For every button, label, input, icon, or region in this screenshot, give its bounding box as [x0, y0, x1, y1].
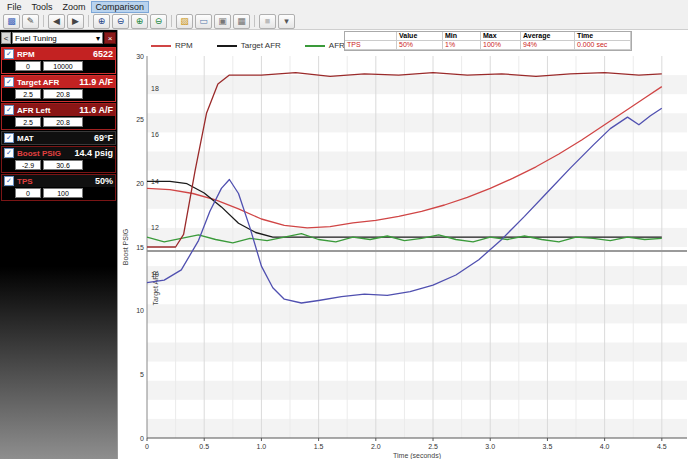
channel-tps: ✓TPS50%	[1, 174, 116, 201]
channel-name: Target AFR	[17, 78, 59, 87]
notes-button[interactable]: ▭	[195, 14, 212, 29]
chart-stripe	[147, 419, 687, 438]
channel-sidebar: < Fuel Tuning ▾ × ✓RPM6522✓Target AFR11.…	[0, 30, 118, 459]
channel-range-row	[2, 116, 115, 129]
stats-value-time: 0.000 sec	[575, 41, 631, 50]
channel-max-input[interactable]	[43, 160, 83, 170]
channel-list: ✓RPM6522✓Target AFR11.9 A/F✓AFR Left11.6…	[0, 47, 117, 201]
chart-stripe	[147, 113, 687, 132]
chart-stripe	[147, 75, 687, 94]
chart-stripe	[147, 343, 687, 362]
boost-axis-tick-label: 25	[136, 116, 144, 123]
toolbar-separator	[171, 15, 172, 27]
selector-prev-button[interactable]: <	[1, 32, 11, 44]
channel-checkbox[interactable]: ✓	[4, 133, 14, 143]
menu-file[interactable]: File	[2, 1, 27, 13]
channel-checkbox[interactable]: ✓	[4, 49, 14, 59]
channel-min-input[interactable]	[15, 188, 41, 198]
channel-header: ✓MAT69°F	[2, 132, 115, 144]
channel-header: ✓Boost PSIG14.4 psig	[2, 147, 115, 159]
stats-value-average: 94%	[521, 41, 575, 50]
graph-pane: 0510152025301012141618Boost PSIGTarget A…	[118, 30, 688, 459]
boost-axis-tick-label: 15	[136, 244, 144, 251]
channel-header: ✓RPM6522	[2, 48, 115, 60]
x-axis-tick-label: 3.5	[543, 443, 553, 450]
channel-range-row	[2, 187, 115, 200]
channel-header: ✓Target AFR11.9 A/F	[2, 76, 115, 88]
channel-max-input[interactable]	[43, 61, 83, 71]
channel-max-input[interactable]	[43, 117, 83, 127]
stats-header-min: Min	[443, 32, 481, 41]
channel-value: 6522	[93, 49, 113, 59]
stats-table: ValueMinMaxAverageTimeTPS50%1%100%94%0.0…	[344, 31, 632, 51]
difference-view-button[interactable]: ▩	[3, 14, 20, 29]
menu-bar: FileToolsZoomComparison	[0, 0, 688, 13]
chevron-down-icon: ▾	[96, 34, 100, 43]
channel-value: 50%	[95, 176, 113, 186]
channel-max-input[interactable]	[43, 89, 83, 99]
more-dropdown[interactable]: ▾	[278, 14, 295, 29]
channel-min-input[interactable]	[15, 89, 41, 99]
channel-target-afr: ✓Target AFR11.9 A/F	[1, 75, 116, 102]
chart-stripe	[147, 304, 687, 323]
afr-axis-tick-label: 16	[151, 131, 159, 138]
channel-value: 11.6 A/F	[79, 105, 113, 115]
channel-range-row	[2, 159, 115, 172]
channel-min-input[interactable]	[15, 117, 41, 127]
zoom-in-y-button[interactable]: ⊕	[131, 14, 148, 29]
channel-checkbox[interactable]: ✓	[4, 77, 14, 87]
x-axis-tick-label: 2.5	[428, 443, 438, 450]
log-chart[interactable]: 0510152025301012141618Boost PSIGTarget A…	[118, 30, 687, 459]
channel-name: MAT	[17, 134, 34, 143]
channel-value: 11.9 A/F	[79, 77, 113, 87]
edit-annotations-button[interactable]: ✎	[22, 14, 39, 29]
boost-axis-tick-label: 10	[136, 307, 144, 314]
menu-comparison[interactable]: Comparison	[91, 1, 150, 13]
channel-value: 14.4 psig	[74, 148, 113, 158]
channel-name: Boost PSIG	[17, 149, 61, 158]
channel-min-input[interactable]	[15, 61, 41, 71]
x-axis-title: Time (seconds)	[393, 452, 441, 459]
snapshot-button[interactable]: ▣	[214, 14, 231, 29]
x-axis-tick-label: 1.0	[257, 443, 267, 450]
legend-swatch	[151, 45, 171, 47]
channel-header: ✓AFR Left11.6 A/F	[2, 104, 115, 116]
channel-checkbox[interactable]: ✓	[4, 148, 14, 158]
toolbar-separator	[43, 15, 44, 27]
extra-button[interactable]: ■	[259, 14, 276, 29]
step-forward-button[interactable]: ▶	[67, 14, 84, 29]
afr-axis-title: Target AFR	[152, 270, 160, 305]
channel-header: ✓TPS50%	[2, 175, 115, 187]
zoom-out-button[interactable]: ⊖	[112, 14, 129, 29]
legend-swatch	[217, 45, 237, 47]
boost-axis-tick-label: 30	[136, 53, 144, 60]
chart-stripe	[147, 190, 687, 209]
step-back-button[interactable]: ◀	[48, 14, 65, 29]
stats-value-min: 1%	[443, 41, 481, 50]
stats-value-max: 100%	[481, 41, 521, 50]
menu-tools[interactable]: Tools	[27, 1, 58, 13]
stats-row-name: TPS	[345, 41, 397, 50]
gauge-set-dropdown[interactable]: Fuel Tuning ▾	[12, 32, 103, 44]
channel-min-input[interactable]	[15, 160, 41, 170]
zoom-in-button[interactable]: ⊕	[93, 14, 110, 29]
chart-stripe	[147, 152, 687, 171]
legend-label: RPM	[175, 41, 193, 50]
legend-item-target-afr: Target AFR	[217, 41, 281, 50]
channel-value: 69°F	[94, 133, 113, 143]
channel-checkbox[interactable]: ✓	[4, 176, 14, 186]
legend-label: Target AFR	[241, 41, 281, 50]
channel-checkbox[interactable]: ✓	[4, 105, 14, 115]
legend-swatch	[305, 45, 325, 47]
channel-max-input[interactable]	[43, 188, 83, 198]
table-view-button[interactable]: ▦	[233, 14, 250, 29]
stats-value-value: 50%	[397, 41, 443, 50]
stats-corner-cell	[345, 32, 397, 41]
zoom-reset-button[interactable]: ⊖	[150, 14, 167, 29]
selector-close-button[interactable]: ×	[104, 32, 116, 44]
open-log-button[interactable]: ▨	[176, 14, 193, 29]
menu-zoom[interactable]: Zoom	[58, 1, 91, 13]
toolbar-separator	[88, 15, 89, 27]
channel-boost-psig: ✓Boost PSIG14.4 psig	[1, 146, 116, 173]
stats-header-max: Max	[481, 32, 521, 41]
